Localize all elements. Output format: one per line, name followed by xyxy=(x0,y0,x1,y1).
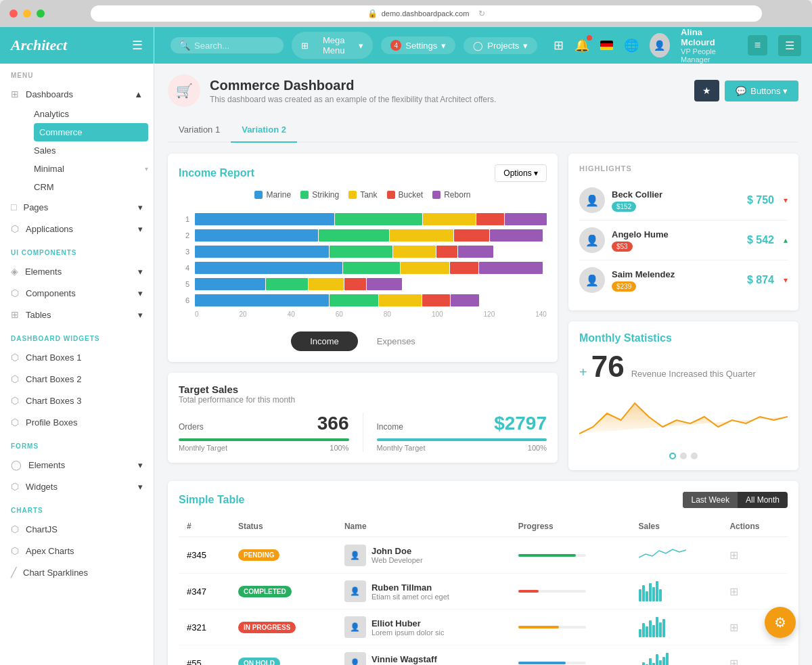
row-person: 👤 Elliot Huber Lorem ipsum dolor sic xyxy=(336,610,510,645)
simple-table-card: Simple Table Last Week All Month # Statu… xyxy=(168,481,798,665)
legend-striking-dot xyxy=(300,191,309,199)
sidebar-item-sales[interactable]: Sales xyxy=(28,141,154,160)
person-name: Elliot Huber xyxy=(371,618,445,628)
sidebar-item-chart-sparklines[interactable]: ╱ Chart Sparklines xyxy=(0,561,154,583)
main-content: 🛒 Commerce Dashboard This dashboard was … xyxy=(154,64,812,665)
mega-menu-btn[interactable]: ⊞ Mega Menu ▾ xyxy=(292,32,373,59)
row-actions[interactable]: ⊞ xyxy=(721,537,788,574)
page-title: Commerce Dashboard xyxy=(210,78,496,93)
settings-chevron: ▾ xyxy=(441,41,446,51)
bar-row-4: 4 xyxy=(179,262,547,274)
row-status: ON HOLD xyxy=(230,645,336,666)
sidebar-item-chart-boxes-2[interactable]: ⬡ Chart Boxes 2 xyxy=(0,368,154,390)
carousel-dot-3[interactable] xyxy=(691,453,698,459)
expenses-toggle-btn[interactable]: Expenses xyxy=(358,331,434,351)
grid-icon[interactable]: ⊞ xyxy=(554,38,564,53)
income-toggle-btn[interactable]: Income xyxy=(291,331,358,351)
filter-all-month-btn[interactable]: All Month xyxy=(738,492,788,508)
legend-bucket-dot xyxy=(387,191,395,199)
applications-label: Applications xyxy=(26,224,131,234)
legend-marine-dot xyxy=(254,191,263,199)
monthly-stats-card: Monthly Statistics + 76 Revenue Increase… xyxy=(568,321,798,470)
browser-close[interactable] xyxy=(9,9,18,18)
ui-components-label: UI COMPONENTS xyxy=(0,239,154,260)
actions-icon[interactable]: ⊞ xyxy=(729,586,738,597)
carousel-dot-2[interactable] xyxy=(680,453,687,459)
browser-maximize[interactable] xyxy=(37,9,45,18)
filter-last-week-btn[interactable]: Last Week xyxy=(683,492,737,508)
gear-fab-button[interactable]: ⚙ xyxy=(765,607,796,638)
options-button[interactable]: Options ▾ xyxy=(495,164,547,182)
carousel-dot-1[interactable] xyxy=(669,453,676,459)
mega-menu-icon: ⊞ xyxy=(301,41,309,51)
bell-icon[interactable]: 🔔 xyxy=(574,38,589,53)
person-role: Lorem ipsum dolor sic xyxy=(371,628,445,637)
page-icon: 🛒 xyxy=(168,74,200,107)
highlight-amount-3: $ 874 xyxy=(747,274,774,286)
minimal-chevron: ▾ xyxy=(145,165,148,173)
sidebar-item-chart-boxes-3[interactable]: ⬡ Chart Boxes 3 xyxy=(0,390,154,411)
legend-reborn: Reborn xyxy=(432,190,470,200)
person-avatar: 👤 xyxy=(344,616,366,638)
chat-icon: 💬 xyxy=(736,86,746,96)
nav-icons: ⊞ 🔔 🌐 👤 Alina Mclourd VP People Manager … xyxy=(554,27,801,64)
projects-icon: ◯ xyxy=(473,41,483,51)
sparkline-chart xyxy=(579,386,788,447)
avatar: 👤 xyxy=(650,33,670,58)
tab-variation2[interactable]: Variation 2 xyxy=(231,118,297,143)
actions-icon[interactable]: ⊞ xyxy=(729,622,738,633)
elements-icon: ◈ xyxy=(11,266,18,277)
sidebar-item-pages[interactable]: □ Pages ▾ xyxy=(0,196,154,218)
browser-minimize[interactable] xyxy=(23,9,31,18)
bar-chart: 1 2 xyxy=(179,208,547,323)
projects-btn[interactable]: ◯ Projects ▾ xyxy=(464,37,537,54)
sidebar-item-form-widgets[interactable]: ⬡ Widgets ▾ xyxy=(0,476,154,497)
star-button[interactable]: ★ xyxy=(694,80,719,101)
tab-variation1[interactable]: Variation 1 xyxy=(168,118,231,143)
sidebar-item-chart-boxes-1[interactable]: ⬡ Chart Boxes 1 xyxy=(0,346,154,368)
sidebar-dashboards-label: Dashboards xyxy=(26,89,127,99)
sidebar-item-tables[interactable]: ⊞ Tables ▾ xyxy=(0,304,154,325)
sidebar-item-elements[interactable]: ◈ Elements ▾ xyxy=(0,260,154,282)
actions-icon[interactable]: ⊞ xyxy=(729,549,738,561)
globe-icon[interactable]: 🌐 xyxy=(624,38,639,53)
buttons-button[interactable]: 💬 Buttons ▾ xyxy=(725,81,798,101)
highlights-card: HIGHLIGHTS 👤 Beck Collier $152 $ 750 ▾ 👤 xyxy=(568,154,798,311)
monthly-stats-title: Monthly Statistics xyxy=(579,332,788,344)
sidebar-item-crm[interactable]: CRM xyxy=(28,178,154,196)
flag-icon[interactable] xyxy=(600,41,612,51)
row-progress xyxy=(510,574,631,610)
bar-row-2: 2 xyxy=(179,229,547,242)
sidebar-item-chartjs[interactable]: ⬡ ChartJS xyxy=(0,518,154,540)
row-person: 👤 Ruben Tillman Etiam sit amet orci eget xyxy=(336,574,510,610)
sidebar-item-form-elements[interactable]: ◯ Elements ▾ xyxy=(0,454,154,476)
sidebar-item-analytics[interactable]: Analytics xyxy=(28,105,154,123)
income-report-card: Income Report Options ▾ Marine Strik xyxy=(168,154,558,362)
sidebar-hamburger[interactable]: ☰ xyxy=(132,38,143,53)
income-report-title: Income Report xyxy=(179,167,254,179)
mega-menu-chevron: ▾ xyxy=(359,41,363,51)
row-person: 👤 Vinnie Wagstaff UI Designer xyxy=(336,645,510,666)
nav-menu-btn[interactable]: ☰ xyxy=(778,35,801,56)
sidebar-item-applications[interactable]: ⬡ Applications ▾ xyxy=(0,218,154,239)
row-actions[interactable]: ⊞ xyxy=(721,645,788,666)
chart-toggle: Income Expenses xyxy=(179,331,547,351)
sidebar-item-profile-boxes[interactable]: ⬡ Profile Boxes xyxy=(0,411,154,433)
sidebar-item-components[interactable]: ⬡ Components ▾ xyxy=(0,282,154,304)
search-input[interactable] xyxy=(194,41,275,51)
user-settings-btn[interactable]: ≡ xyxy=(748,35,767,55)
topnav: 🔍 ⊞ Mega Menu ▾ 4 Settings ▾ ◯ Projects … xyxy=(154,27,812,64)
settings-btn[interactable]: 4 Settings ▾ xyxy=(381,37,455,54)
row-actions[interactable]: ⊞ xyxy=(721,574,788,610)
search-wrap[interactable]: 🔍 xyxy=(171,37,284,53)
charts-section-label: CHARTS xyxy=(0,497,154,518)
sidebar-item-commerce[interactable]: Commerce xyxy=(34,123,148,141)
sidebar-item-minimal[interactable]: Minimal ▾ xyxy=(28,160,154,178)
sidebar-item-dashboards[interactable]: ⊞ Dashboards ▲ xyxy=(0,83,154,105)
col-header-status: Status xyxy=(230,516,336,537)
sidebar-item-apex-charts[interactable]: ⬡ Apex Charts xyxy=(0,540,154,561)
actions-icon[interactable]: ⊞ xyxy=(729,658,738,666)
person-name: John Doe xyxy=(371,546,423,556)
carousel-dots xyxy=(579,453,788,459)
highlight-amount-1: $ 750 xyxy=(747,194,774,206)
